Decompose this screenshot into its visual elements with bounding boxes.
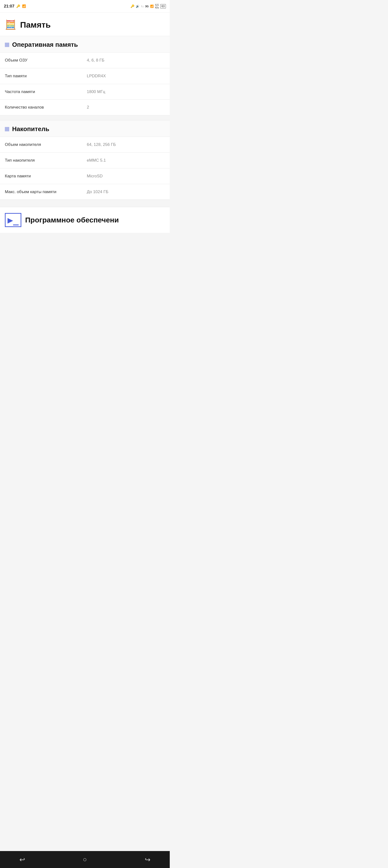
section-divider: [0, 115, 170, 120]
software-terminal-icon: ▶_: [5, 213, 21, 227]
ram-category-icon: [5, 43, 9, 47]
status-bar: 21:07 🔑 📶 🔑 🔊 ↑↓ 3G 📶 6,5K/s 63: [0, 0, 170, 12]
key-icon-right: 🔑: [130, 4, 135, 8]
ram-category-title: Оперативная память: [12, 41, 78, 49]
pre-software-divider: [0, 200, 170, 207]
3g-icon: 3G: [145, 5, 149, 8]
spec-label-storage-size: Объем накопителя: [5, 142, 87, 148]
main-content: 🧮 Память Оперативная память Объем ОЗУ 4,…: [0, 12, 170, 233]
battery-icon: 63: [160, 4, 166, 8]
spec-row-sd-max: Макс. объем карты памяти До 1024 ГБ: [0, 184, 170, 200]
vol-icon: 🔊: [136, 5, 140, 8]
storage-category-icon: [5, 127, 9, 131]
spec-row-ram-freq: Частота памяти 1800 МГц: [0, 84, 170, 100]
home-button[interactable]: ○: [83, 856, 87, 863]
spec-label-sd-card: Карта памяти: [5, 173, 87, 179]
signal-icon-right: 📶: [150, 5, 154, 8]
spec-value-ram-type: LPDDR4X: [87, 73, 165, 79]
spec-value-ram-size: 4, 6, 8 ГБ: [87, 57, 165, 63]
software-section: ▶_ Программное обеспечени: [0, 207, 170, 233]
spec-value-ram-channels: 2: [87, 104, 165, 110]
spec-value-ram-freq: 1800 МГц: [87, 89, 165, 95]
spec-value-sd-card: MicroSD: [87, 173, 165, 179]
spec-row-ram-channels: Количество каналов 2: [0, 100, 170, 115]
key-icon-left: 🔑: [16, 4, 20, 8]
bottom-wrapper: ...mi 13C: характеристики, тесты и отзыв…: [0, 859, 170, 868]
data-arrow-icon: ↑↓: [141, 5, 144, 8]
spec-label-ram-channels: Количество каналов: [5, 104, 87, 110]
spec-value-storage-type: eMMC 5.1: [87, 157, 165, 163]
memory-chip-icon: 🧮: [5, 20, 16, 30]
spec-value-storage-size: 64, 128, 256 ГБ: [87, 142, 165, 148]
battery-level: 63: [161, 5, 165, 8]
spec-row-storage-size: Объем накопителя 64, 128, 256 ГБ: [0, 137, 170, 153]
spec-row-sd-card: Карта памяти MicroSD: [0, 168, 170, 184]
status-left: 21:07 🔑 📶: [4, 4, 26, 9]
recent-apps-button[interactable]: ↪: [145, 856, 150, 864]
spec-row-storage-type: Тип накопителя eMMC 5.1: [0, 153, 170, 168]
ram-category-header: Оперативная память: [0, 36, 170, 53]
status-right: 🔑 🔊 ↑↓ 3G 📶 6,5K/s 63: [130, 4, 166, 9]
spec-value-sd-max: До 1024 ГБ: [87, 189, 165, 195]
status-time: 21:07: [4, 4, 14, 9]
spec-label-ram-type: Тип памяти: [5, 73, 87, 79]
page-title-section: 🧮 Память: [0, 12, 170, 36]
spec-label-sd-max: Макс. объем карты памяти: [5, 189, 87, 195]
signal-bars-icon: 📶: [22, 4, 26, 8]
spec-label-ram-freq: Частота памяти: [5, 89, 87, 95]
page-title: Память: [20, 20, 51, 30]
spec-label-ram-size: Объем ОЗУ: [5, 57, 87, 63]
navigation-bar: ↩ ○ ↪: [0, 851, 170, 868]
speed-label: 6,5K/s: [155, 4, 158, 9]
spec-row-ram-size: Объем ОЗУ 4, 6, 8 ГБ: [0, 53, 170, 68]
software-title: Программное обеспечени: [25, 216, 119, 224]
spec-row-ram-type: Тип памяти LPDDR4X: [0, 68, 170, 84]
storage-category-title: Накопитель: [12, 125, 49, 133]
storage-category-header: Накопитель: [0, 120, 170, 137]
spec-label-storage-type: Тип накопителя: [5, 157, 87, 163]
back-button[interactable]: ↩: [20, 856, 25, 864]
